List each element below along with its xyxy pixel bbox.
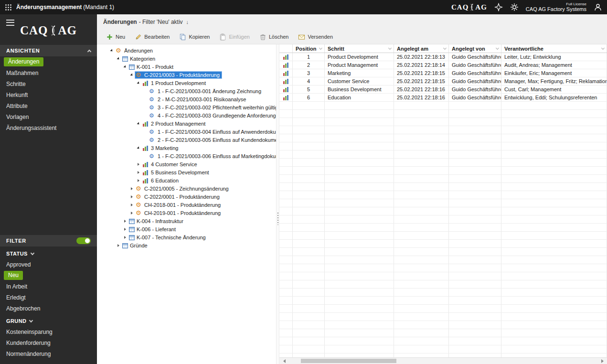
gear-icon[interactable]	[510, 3, 519, 11]
tree-node-k-001-produkt[interactable]: K-001 - Produkt	[97, 63, 276, 71]
h-scrollbar[interactable]	[279, 357, 607, 364]
tree-node-1-f-c-2021-0003-004-einfluss-auf-anwenderdokumentation[interactable]: 1 - F-C-2021/0003-004 Einfluss auf Anwen…	[97, 128, 276, 136]
column-menu-icon[interactable]	[388, 46, 392, 50]
table-row[interactable]: 1Product Development25.02.2021 22:18:13G…	[279, 53, 607, 61]
table-header-cell-verantwortliche[interactable]: Verantwortliche	[501, 44, 607, 53]
header-collapse-icon[interactable]: ↓	[186, 19, 189, 25]
tree-node-1-product-development[interactable]: 1 Product Development	[97, 79, 276, 87]
table-row[interactable]: 6Education25.02.2021 22:18:16Guido Gesch…	[279, 94, 607, 102]
tree-node-2-product-management[interactable]: 2 Product Management	[97, 119, 276, 128]
scroll-thumb[interactable]	[301, 359, 396, 363]
expand-icon[interactable]	[135, 179, 141, 182]
collapse-icon[interactable]	[135, 147, 141, 150]
filter-toggle[interactable]	[76, 237, 91, 244]
pane-splitter[interactable]	[276, 44, 279, 364]
expand-icon[interactable]	[128, 195, 135, 198]
tree-node-c-2021-0005-zeichnungsaenderung[interactable]: C-2021/0005 - Zeichnungsänderung	[97, 184, 276, 193]
sidebar-item-vorlagen[interactable]: Vorlagen	[0, 111, 97, 122]
filter-item-neu[interactable]: Neu	[0, 270, 97, 281]
table-row[interactable]: 4Customer Service25.02.2021 22:18:15Guid…	[279, 77, 607, 86]
table-header-cell-angelegt-am[interactable]: Angelegt am	[394, 44, 449, 53]
toolbar-button-kopieren[interactable]: Kopieren	[175, 32, 214, 43]
tree-node-c-2021-0003-produktaenderung[interactable]: C-2021/0003 - Produktänderung	[97, 71, 276, 79]
table-cell	[325, 126, 394, 134]
expand-icon[interactable]	[122, 220, 128, 223]
tree-node-1-f-c-2021-0003-006-einfluss-auf-marketingdokumentation[interactable]: 1 - F-C-2021/0003-006 Einfluss auf Marke…	[97, 152, 276, 160]
tree-node-ch-2019-001-produktaenderung[interactable]: CH-2019-001 - Produktänderung	[97, 209, 276, 217]
collapse-icon[interactable]	[128, 74, 135, 76]
scroll-right-arrow[interactable]	[598, 358, 606, 364]
column-menu-icon[interactable]	[601, 46, 605, 50]
column-menu-icon[interactable]	[496, 46, 499, 50]
filter-item-abgebrochen[interactable]: Abgebrochen	[0, 303, 97, 314]
sidebar-item-massnahmen[interactable]: Maßnahmen	[0, 67, 97, 78]
menu-icon[interactable]	[6, 20, 14, 26]
filter-item-erledigt[interactable]: Erledigt	[0, 292, 97, 303]
table-row[interactable]: 2Product Management25.02.2021 22:18:14Gu…	[279, 61, 607, 69]
expand-icon[interactable]	[128, 187, 135, 190]
filter-item-normenaenderung[interactable]: Normenänderung	[0, 348, 97, 359]
expand-icon[interactable]	[135, 171, 141, 174]
table-row[interactable]: 3Marketing25.02.2021 22:18:15Guido Gesch…	[279, 69, 607, 77]
tree-node-k-006-lieferant[interactable]: K-006 - Lieferant	[97, 225, 276, 233]
tree-node-kategorien[interactable]: Kategorien	[97, 54, 276, 63]
tree-node-4-customer-service[interactable]: 4 Customer Service	[97, 160, 276, 168]
expand-icon[interactable]	[115, 244, 121, 247]
expand-icon[interactable]	[128, 203, 135, 206]
toolbar-button-loeschen[interactable]: Löschen	[255, 32, 293, 43]
sidebar-item-attribute[interactable]: Attribute	[0, 100, 97, 111]
expand-icon[interactable]	[122, 236, 128, 239]
table-row[interactable]: 5Business Development25.02.2021 22:18:16…	[279, 86, 607, 94]
tree-node-5-business-development[interactable]: 5 Business Development	[97, 168, 276, 176]
user-icon[interactable]	[594, 3, 602, 11]
tree-node-4-f-c-2021-0003-003-grundlegende-anforderungen[interactable]: 4 - F-C-2021/0003-003 Grundlegende Anfor…	[97, 111, 276, 119]
tree-node-label: K-006 - Lieferant	[137, 226, 176, 232]
expand-icon[interactable]	[135, 163, 141, 166]
toolbar-button-bearbeiten[interactable]: Bearbeiten	[130, 32, 174, 43]
tree-node-1-f-c-2021-0003-001-aenderung-zeichnung[interactable]: 1 - F-C-2021/0003-001 Änderung Zeichnung	[97, 87, 276, 95]
filter-group-status[interactable]: STATUS	[0, 248, 97, 259]
sparkle-icon[interactable]	[494, 3, 503, 11]
tree-node-2-m-c-2021-0003-001-risikoanalyse[interactable]: 2 - M-C-2021/0003-001 Risikoanalyse	[97, 95, 276, 103]
collapse-icon[interactable]	[122, 65, 128, 68]
toolbar-button-versenden[interactable]: Versenden	[294, 32, 337, 43]
tree-node-2-f-c-2021-0003-005-einfluss-auf-kundendokumenation[interactable]: 2 - F-C-2021/0003-005 Einfluss auf Kunde…	[97, 136, 276, 144]
expand-icon[interactable]	[122, 228, 128, 231]
collapse-icon[interactable]	[108, 49, 115, 52]
tree-node-k-004-infrastruktur[interactable]: K-004 - Infrastruktur	[97, 217, 276, 225]
scroll-left-arrow[interactable]	[280, 358, 288, 364]
filter-item-kundenforderung[interactable]: Kundenforderung	[0, 337, 97, 348]
app-launcher-icon[interactable]	[5, 4, 11, 11]
table-header-cell-icon[interactable]	[279, 44, 293, 53]
tree-node-3-marketing[interactable]: 3 Marketing	[97, 144, 276, 152]
collapse-icon[interactable]	[115, 57, 121, 60]
filter-item-in-arbeit[interactable]: In Arbeit	[0, 281, 97, 292]
tree-node-6-education[interactable]: 6 Education	[97, 176, 276, 184]
filter-group-grund[interactable]: GRUND	[0, 316, 97, 326]
column-menu-icon[interactable]	[443, 46, 447, 50]
table-cell	[501, 232, 607, 239]
expand-icon[interactable]	[128, 212, 135, 214]
tree-node-ch-2018-001-produktaenderung[interactable]: CH-2018-001 - Produktänderung	[97, 201, 276, 209]
views-section-header[interactable]: ANSICHTEN	[0, 45, 97, 56]
sidebar-item-aenderungen[interactable]: Änderungen	[0, 56, 97, 67]
filter-item-approved[interactable]: Approved	[0, 259, 97, 270]
sidebar-item-herkunft[interactable]: Herkunft	[0, 89, 97, 100]
table-header-cell-schritt[interactable]: Schritt	[325, 44, 394, 53]
sidebar-item-aenderungsassistent[interactable]: Änderungsassistent	[0, 122, 97, 133]
filter-section-header[interactable]: FILTER	[0, 235, 97, 246]
tree-node-3-f-c-2021-0003-002-pflichtenheft-weiterhin-gueltig[interactable]: 3 - F-C-2021/0003-002 Pflichtenheft weit…	[97, 103, 276, 111]
tree-node-gruende[interactable]: Gründe	[97, 241, 276, 249]
tree-node-k-007-technische-aenderung[interactable]: K-007 - Technische Änderung	[97, 233, 276, 241]
tree-node-label: 3 - F-C-2021/0003-002 Pflichtenheft weit…	[158, 105, 276, 110]
filter-item-kosteneinsparung[interactable]: Kosteneinsparung	[0, 326, 97, 337]
toolbar-button-neu[interactable]: Neu	[102, 32, 129, 43]
collapse-icon[interactable]	[135, 122, 141, 125]
tree-node-aenderungen[interactable]: Änderungen	[97, 46, 276, 54]
column-menu-icon[interactable]	[319, 46, 322, 50]
table-header-cell-angelegt-von[interactable]: Angelegt von	[449, 44, 501, 53]
table-header-cell-position[interactable]: Position	[293, 44, 325, 53]
collapse-icon[interactable]	[135, 82, 141, 85]
tree-node-c-2022-0001-produktaenderung[interactable]: C-2022/0001 - Produktänderung	[97, 193, 276, 201]
sidebar-item-schritte[interactable]: Schritte	[0, 78, 97, 89]
